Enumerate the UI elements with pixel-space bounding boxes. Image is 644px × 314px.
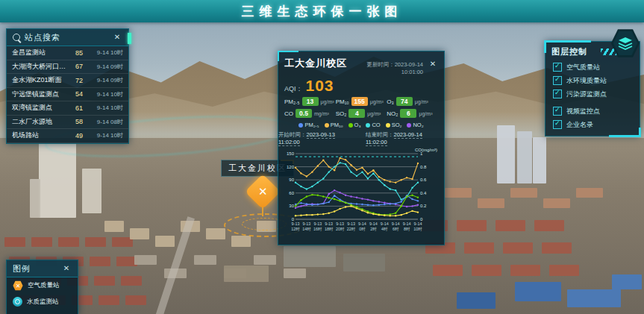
value-badge: 155: [351, 97, 368, 106]
close-icon[interactable]: [61, 263, 72, 274]
checkbox-checked-icon[interactable]: [553, 107, 562, 116]
svg-text:9-144时: 9-144时: [381, 222, 389, 231]
update-time: 更新时间：2023-09-14 10:01:00: [351, 61, 423, 75]
air-station-legend-icon: ✕: [13, 280, 23, 291]
legend-dot: [366, 123, 370, 128]
popup-header: 工大金川校区 更新时间：2023-09-14 10:01:00: [278, 51, 444, 77]
layer-item-air[interactable]: 空气质量站: [545, 60, 640, 74]
legend-item[interactable]: PM₂.₅: [298, 122, 319, 128]
time-range-row: 开始时间：2023-09-13 11:02:00 结束时间：2023-09-14…: [278, 129, 444, 146]
close-icon[interactable]: [428, 59, 438, 69]
svg-text:120: 120: [287, 165, 295, 169]
svg-text:0.2: 0.2: [420, 204, 427, 208]
pollutant-so2: SO₂4μg/m³: [336, 109, 387, 118]
panel-side-tab[interactable]: [128, 33, 131, 44]
legend-item[interactable]: SO₂: [386, 122, 402, 128]
water-station-legend-icon: [13, 297, 22, 307]
svg-text:9-140时: 9-140时: [358, 222, 366, 231]
value-badge: 13: [302, 97, 319, 106]
svg-text:60: 60: [289, 191, 294, 195]
legend-item[interactable]: PM₁₀: [325, 122, 343, 128]
list-item[interactable]: 双湾镇监测点619-14 10时: [7, 101, 128, 116]
value-badge: 4: [348, 109, 365, 118]
search-panel-header: 站点搜索: [7, 29, 128, 46]
search-panel-title: 站点搜索: [25, 32, 107, 43]
svg-text:0.6: 0.6: [420, 178, 427, 182]
legend-item[interactable]: NO₂: [407, 122, 423, 128]
legend-dot: [325, 123, 329, 128]
station-name: 工大金川校区: [284, 57, 347, 70]
legend-item[interactable]: O₃: [348, 122, 361, 128]
svg-text:9-1322时: 9-1322时: [347, 222, 356, 231]
svg-text:9-1318时: 9-1318时: [325, 222, 334, 231]
svg-text:9-1410时: 9-1410时: [413, 222, 422, 231]
legend-item-water-station[interactable]: 水质监测站: [7, 294, 78, 310]
layer-item-water[interactable]: 水环境质量站: [545, 74, 640, 87]
search-results-panel: 站点搜索 金昌监测站859-14 10时 大湖湾大桥河口断面679-14 09时…: [6, 28, 129, 144]
legend-item[interactable]: CO: [366, 122, 380, 128]
checkbox-checked-icon[interactable]: [553, 120, 562, 129]
pollutant-pm10: PM₁₀155μg/m³: [336, 97, 387, 106]
layers-icon: [618, 37, 633, 50]
map-legend-panel: 图例 ✕ 空气质量站 水质监测站: [6, 260, 78, 314]
svg-text:0.4: 0.4: [420, 191, 427, 195]
svg-text:9-142时: 9-142时: [369, 222, 378, 231]
list-item[interactable]: 金水湖KZ01断面729-14 09时: [7, 74, 128, 88]
legend-item-air-station[interactable]: ✕ 空气质量站: [7, 277, 78, 294]
layer-item-pollution[interactable]: 污染源监测点: [545, 87, 640, 101]
aqi-row: AQI： 103: [278, 77, 444, 95]
list-item[interactable]: 宁远堡镇监测点549-14 10时: [7, 88, 128, 102]
svg-text:0.8: 0.8: [420, 165, 427, 169]
layer-item-video[interactable]: 视频监控点: [545, 104, 640, 118]
legend-panel-header: 图例: [7, 260, 78, 277]
svg-text:9-1312时: 9-1312时: [291, 222, 300, 231]
close-icon[interactable]: [112, 32, 122, 43]
value-badge: 0.5: [296, 109, 312, 118]
legend-dot: [386, 123, 390, 128]
checkbox-checked-icon[interactable]: [553, 90, 562, 98]
legend-panel-title: 图例: [13, 263, 57, 274]
start-time-label: 开始时间：: [278, 131, 307, 138]
value-badge: 74: [396, 97, 413, 106]
svg-text:CO(mg/m³): CO(mg/m³): [415, 148, 437, 152]
legend-dot: [298, 123, 303, 128]
svg-text:30: 30: [289, 204, 294, 208]
pollutant-no2: NO₂6μg/m³: [387, 109, 438, 118]
svg-text:9-1320时: 9-1320时: [336, 222, 345, 231]
svg-text:9-148时: 9-148时: [403, 222, 411, 231]
svg-text:90: 90: [289, 178, 294, 182]
value-badge: 6: [400, 109, 416, 118]
title-bar: 三维生态环保一张图: [0, 0, 644, 22]
aqi-label: AQI：: [284, 84, 303, 94]
pollutant-pm25: PM₂.₅13μg/m³: [284, 97, 336, 106]
pinwheel-icon: ✕: [258, 185, 268, 198]
aqi-value: 103: [306, 77, 334, 95]
svg-text:9-146时: 9-146时: [392, 222, 400, 231]
svg-text:9-1316时: 9-1316时: [313, 222, 322, 231]
pollutant-trend-chart: 030609012015000.20.40.60.81CO(mg/m³)9-13…: [278, 146, 444, 242]
list-item[interactable]: 大湖湾大桥河口断面679-14 09时: [7, 60, 128, 75]
page-title: 三维生态环保一张图: [242, 3, 403, 20]
svg-text:150: 150: [287, 151, 295, 156]
list-item[interactable]: 二水厂水源地589-14 08时: [7, 116, 128, 130]
svg-text:9-1314时: 9-1314时: [302, 222, 311, 231]
layer-item-enterprise[interactable]: 企业名录: [545, 118, 640, 131]
pollutant-grid: PM₂.₅13μg/m³ PM₁₀155μg/m³ O₃74μg/m³ CO0.…: [278, 95, 444, 119]
legend-dot: [348, 123, 353, 128]
layer-panel-title: 图层控制: [551, 46, 596, 57]
legend-dot: [407, 123, 411, 128]
pollutant-o3: O₃74μg/m³: [387, 97, 438, 106]
end-time-label: 结束时间：: [366, 131, 394, 138]
list-item[interactable]: 金昌监测站859-14 10时: [7, 46, 128, 60]
layer-toggle-button[interactable]: [610, 28, 640, 58]
checkbox-checked-icon[interactable]: [553, 63, 562, 72]
chart-legend: PM₂.₅ PM₁₀ O₃ CO SO₂ NO₂: [278, 119, 444, 129]
list-item[interactable]: 机场路站499-14 10时: [7, 129, 128, 143]
station-detail-popup: 工大金川校区 更新时间：2023-09-14 10:01:00 AQI： 103…: [278, 51, 445, 245]
search-icon: [13, 34, 20, 41]
pollutant-co: CO0.5mg/m³: [284, 109, 336, 118]
checkbox-checked-icon[interactable]: [553, 76, 562, 85]
